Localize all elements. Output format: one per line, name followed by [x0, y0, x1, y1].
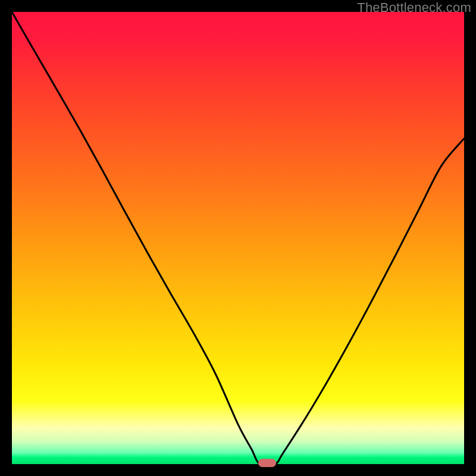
chart-plot-area: [12, 12, 464, 464]
watermark-text: TheBottleneck.com: [357, 0, 471, 15]
minimum-marker: [258, 459, 276, 467]
chart-frame: TheBottleneck.com: [0, 0, 476, 476]
bottleneck-curve: [12, 12, 464, 464]
